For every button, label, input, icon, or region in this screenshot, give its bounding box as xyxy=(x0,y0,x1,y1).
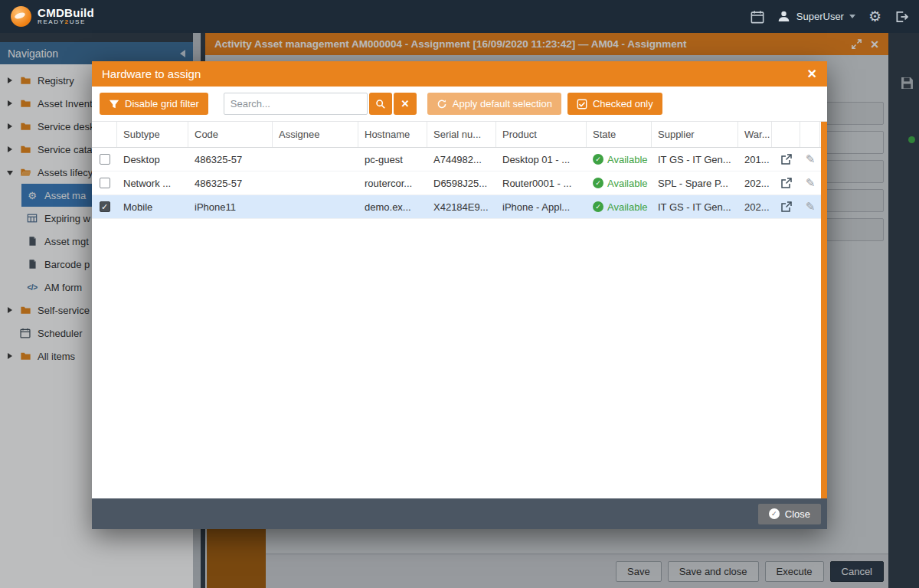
edit-pencil-icon[interactable]: ✎ xyxy=(806,152,816,166)
cell-state: ✓ Available xyxy=(587,148,652,171)
apply-default-selection-button[interactable]: Apply default selection xyxy=(427,93,561,115)
column-header-state[interactable]: State xyxy=(587,122,652,147)
refresh-icon xyxy=(437,99,447,109)
column-header-hostname[interactable]: Hostname xyxy=(358,122,427,147)
cell-product: iPhone - Appl... xyxy=(496,195,587,218)
table-row[interactable]: Desktop 486325-57 pc-guest A744982... De… xyxy=(92,148,827,172)
header-checkbox-column xyxy=(92,122,117,147)
modal-footer: ✓ Close xyxy=(92,498,827,529)
filter-icon xyxy=(109,99,119,109)
checkbox-check-icon xyxy=(577,99,587,109)
cell-warranty: 202... xyxy=(738,172,772,194)
column-header-actions xyxy=(800,122,820,147)
cell-code: 486325-57 xyxy=(188,148,273,171)
brand-name: CMDBuild xyxy=(38,7,94,19)
available-check-icon: ✓ xyxy=(593,201,603,212)
edit-pencil-icon[interactable]: ✎ xyxy=(806,200,816,214)
column-header-actions xyxy=(772,122,800,147)
column-header-supplier[interactable]: Supplier xyxy=(652,122,738,147)
column-header-product[interactable]: Product xyxy=(496,122,587,147)
edit-pencil-icon[interactable]: ✎ xyxy=(806,176,816,190)
user-menu[interactable]: SuperUser xyxy=(777,10,855,24)
check-circle-icon: ✓ xyxy=(769,508,780,519)
row-checkbox[interactable] xyxy=(100,154,110,165)
modal-title: Hardware to assign xyxy=(102,67,807,80)
search-icon xyxy=(375,99,386,109)
table-row[interactable]: Network ... 486325-57 routercor... D6598… xyxy=(92,172,827,195)
search-group: ✕ xyxy=(224,93,417,115)
calendar-icon[interactable] xyxy=(751,10,764,24)
cell-supplier: SPL - Spare P... xyxy=(652,172,738,194)
hardware-grid: Subtype Code Assignee Hostname Serial nu… xyxy=(92,122,827,498)
disable-grid-filter-button[interactable]: Disable grid filter xyxy=(100,93,208,115)
close-modal-icon[interactable]: ✕ xyxy=(807,67,817,81)
top-bar: CMDBuild READY2USE SuperUser ⚙ xyxy=(0,0,919,33)
cell-warranty: 201... xyxy=(738,148,772,171)
modal-header: Hardware to assign ✕ xyxy=(92,61,827,87)
hardware-to-assign-modal: Hardware to assign ✕ Disable grid filter… xyxy=(92,61,827,529)
cell-hostname: demo.ex... xyxy=(358,195,427,218)
cell-product: Desktop 01 - ... xyxy=(496,148,587,171)
chevron-down-icon xyxy=(849,15,855,18)
settings-gear-icon[interactable]: ⚙ xyxy=(868,10,881,24)
cell-subtype: Desktop xyxy=(117,148,188,171)
cell-assignee xyxy=(273,172,358,194)
available-check-icon: ✓ xyxy=(593,154,603,165)
open-card-icon[interactable] xyxy=(780,153,793,165)
checked-only-button[interactable]: Checked only xyxy=(567,93,662,115)
cell-assignee xyxy=(273,148,358,171)
cell-code: iPhone11 xyxy=(188,195,273,218)
cell-state: ✓ Available xyxy=(587,195,652,218)
column-header-code[interactable]: Code xyxy=(188,122,273,147)
cell-warranty: 202... xyxy=(738,195,772,218)
search-input[interactable] xyxy=(224,93,368,115)
cell-assignee xyxy=(273,195,358,218)
open-card-icon[interactable] xyxy=(780,177,793,189)
row-checkbox[interactable] xyxy=(100,201,110,212)
cell-state: ✓ Available xyxy=(587,172,652,194)
column-header-serial[interactable]: Serial nu... xyxy=(427,122,496,147)
open-card-icon[interactable] xyxy=(780,201,793,213)
row-checkbox[interactable] xyxy=(100,178,110,188)
grid-scrollbar[interactable] xyxy=(821,122,827,498)
column-header-subtype[interactable]: Subtype xyxy=(117,122,188,147)
column-header-assignee[interactable]: Assignee xyxy=(273,122,358,147)
cell-serial: A744982... xyxy=(427,148,496,171)
grid-header-row: Subtype Code Assignee Hostname Serial nu… xyxy=(92,122,827,148)
available-check-icon: ✓ xyxy=(593,178,603,188)
cell-code: 486325-57 xyxy=(188,172,273,194)
modal-toolbar: Disable grid filter ✕ Apply default sele… xyxy=(92,87,827,122)
clear-icon: ✕ xyxy=(401,98,409,109)
user-name: SuperUser xyxy=(796,11,844,22)
table-row[interactable]: Mobile iPhone11 demo.ex... X42184E9... i… xyxy=(92,195,827,219)
search-button[interactable] xyxy=(369,93,392,115)
cmdbuild-app: CMDBuild READY2USE SuperUser ⚙ xyxy=(0,0,919,588)
cell-supplier: IT GS - IT Gen... xyxy=(652,148,738,171)
cell-hostname: pc-guest xyxy=(358,148,427,171)
logout-icon[interactable] xyxy=(894,10,908,24)
brand-subtitle: READY2USE xyxy=(38,19,94,25)
cell-product: Router0001 - ... xyxy=(496,172,587,194)
close-button[interactable]: ✓ Close xyxy=(758,504,821,524)
cmdbuild-logo: CMDBuild READY2USE xyxy=(11,6,94,27)
cell-supplier: IT GS - IT Gen... xyxy=(652,195,738,218)
cell-serial: X42184E9... xyxy=(427,195,496,218)
cell-subtype: Mobile xyxy=(117,195,188,218)
user-icon xyxy=(777,10,791,24)
cell-hostname: routercor... xyxy=(358,172,427,194)
clear-search-button[interactable]: ✕ xyxy=(394,93,417,115)
cell-serial: D6598J25... xyxy=(427,172,496,194)
cell-subtype: Network ... xyxy=(117,172,188,194)
column-header-warranty[interactable]: War... xyxy=(738,122,772,147)
cmdbuild-logo-icon xyxy=(11,6,31,27)
